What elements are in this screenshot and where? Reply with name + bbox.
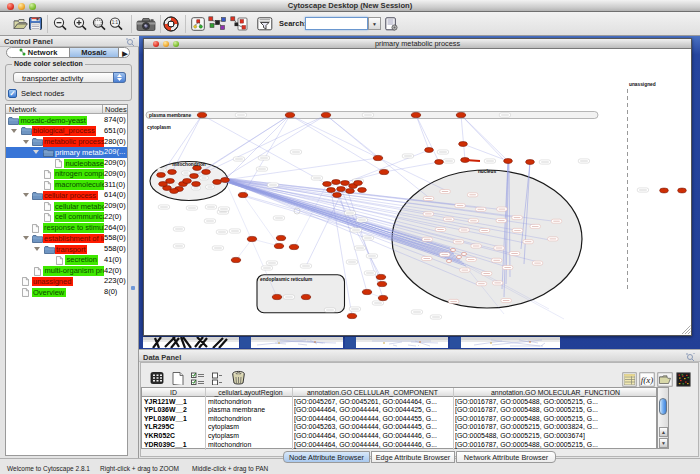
svg-text:unassigned: unassigned [629,82,656,87]
svg-text:nucleus: nucleus [478,169,496,174]
svg-text:mitochondrion: mitochondrion [172,162,206,167]
svg-text:1:1: 1:1 [112,20,119,25]
svg-text:cytoplasm: cytoplasm [147,125,171,130]
svg-text:f(x): f(x) [641,375,654,385]
svg-text:endoplasmic reticulum: endoplasmic reticulum [260,277,312,282]
svg-text:plasma membrane: plasma membrane [149,113,191,118]
